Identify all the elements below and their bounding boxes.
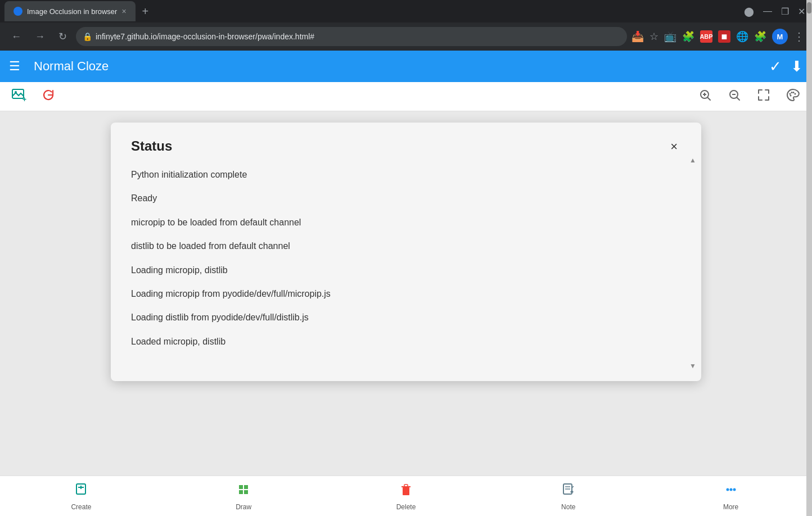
status-item-5: Loading micropip from pyodide/dev/full/m… (131, 288, 681, 300)
new-tab-button[interactable]: + (138, 3, 154, 20)
secure-lock-icon: 🔒 (83, 32, 92, 41)
svg-point-1 (15, 91, 17, 93)
main-content: Status × Python initialization complete … (0, 111, 812, 476)
svg-rect-22 (403, 487, 409, 495)
status-item-7: Loaded micropip, distlib (131, 336, 681, 348)
refresh-canvas-button[interactable] (36, 83, 61, 111)
scroll-down-arrow[interactable]: ▼ (689, 362, 696, 370)
toolbar-row: + (0, 82, 812, 111)
svg-point-12 (791, 92, 793, 93)
palette-button[interactable] (781, 85, 805, 108)
refresh-icon (40, 87, 56, 103)
download-action-icon[interactable]: ⬇ (791, 58, 803, 75)
nav-draw-label: Draw (236, 503, 251, 511)
ext-icon-1[interactable]: 🧩 (682, 30, 694, 43)
fullscreen-icon (757, 88, 770, 102)
note-icon (561, 482, 576, 501)
hamburger-menu-icon[interactable]: ☰ (9, 59, 20, 74)
download-status-icon: ⬤ (742, 4, 756, 19)
palette-icon (786, 88, 800, 102)
svg-rect-20 (239, 490, 243, 494)
svg-point-10 (790, 95, 792, 97)
dialog-header: Status × (131, 138, 681, 155)
create-icon (73, 482, 89, 501)
status-item-3: distlib to be loaded from default channe… (131, 240, 681, 252)
close-button[interactable]: ✕ (796, 4, 808, 19)
tab-title: Image Occlusion in browser (27, 7, 117, 16)
maximize-button[interactable]: ❐ (779, 4, 791, 19)
fullscreen-button[interactable] (751, 85, 776, 108)
svg-point-11 (790, 93, 791, 95)
status-item-2: micropip to be loaded from default chann… (131, 216, 681, 229)
status-item-1: Ready (131, 192, 681, 205)
status-dialog: Status × Python initialization complete … (111, 123, 701, 381)
scrollbar-thumb[interactable] (807, 2, 811, 13)
ext-red-icon[interactable]: ■ (718, 30, 730, 43)
nav-item-delete[interactable]: Delete (325, 476, 488, 516)
browser-chrome: Image Occlusion in browser × + ⬤ — ❐ ✕ (0, 0, 812, 22)
profile-avatar[interactable]: M (772, 29, 788, 44)
svg-rect-18 (239, 485, 243, 489)
zoom-out-icon (728, 88, 741, 102)
minimize-button[interactable]: — (761, 4, 774, 19)
zoom-in-button[interactable] (693, 85, 718, 108)
status-item-4: Loading micropip, distlib (131, 264, 681, 277)
tab-close-button[interactable]: × (121, 7, 126, 16)
nav-note-label: Note (561, 503, 575, 511)
ext-puzzle-icon[interactable]: 🧩 (754, 30, 766, 43)
nav-more-label: More (723, 503, 738, 511)
bottom-nav: Create Draw Delete (0, 476, 812, 516)
status-items-list: Python initialization complete Ready mic… (131, 169, 681, 348)
draw-icon (236, 482, 251, 501)
dialog-close-button[interactable]: × (667, 138, 681, 155)
add-image-button[interactable]: + (7, 83, 31, 111)
address-bar-row: ← → ↻ 🔒 infinyte7.github.io/image-occlus… (0, 22, 812, 51)
nav-item-note[interactable]: Note (487, 476, 649, 516)
active-tab[interactable]: Image Occlusion in browser × (4, 1, 136, 21)
svg-line-9 (737, 98, 740, 101)
ext-abp-icon[interactable]: ABP (700, 30, 712, 43)
bookmark-icon[interactable]: ☆ (649, 30, 658, 43)
status-item-6: Loading distlib from pyodide/dev/full/di… (131, 311, 681, 324)
back-button[interactable]: ← (7, 29, 26, 45)
nav-delete-label: Delete (396, 503, 416, 511)
dialog-scrollbar[interactable]: ▲ ▼ (690, 156, 696, 370)
address-bar[interactable]: 🔒 infinyte7.github.io/image-occlusion-in… (76, 27, 627, 46)
url-text: infinyte7.github.io/image-occlusion-in-b… (96, 32, 314, 41)
nav-item-draw[interactable]: Draw (163, 476, 325, 516)
scroll-up-arrow[interactable]: ▲ (689, 156, 696, 164)
ext-translate-icon[interactable]: 🌐 (736, 30, 748, 43)
svg-point-13 (793, 92, 795, 93)
window-scrollbar[interactable] (806, 0, 812, 516)
svg-point-31 (733, 488, 736, 491)
tab-favicon (13, 7, 22, 16)
header-actions: ✓ ⬇ (769, 58, 803, 75)
svg-point-14 (795, 93, 796, 95)
svg-rect-19 (244, 485, 248, 489)
svg-point-29 (726, 488, 729, 491)
nav-create-label: Create (71, 503, 91, 511)
cast-icon[interactable]: 📥 (631, 30, 644, 43)
cast-tab-icon[interactable]: 📺 (664, 30, 676, 43)
zoom-out-button[interactable] (722, 85, 747, 108)
nav-item-more[interactable]: More (649, 476, 812, 516)
app-title: Normal Cloze (34, 59, 769, 74)
refresh-button[interactable]: ↻ (54, 28, 71, 45)
nav-item-create[interactable]: Create (0, 476, 163, 516)
app-header: ☰ Normal Cloze ✓ ⬇ (0, 51, 812, 82)
menu-dots-icon[interactable]: ⋮ (793, 30, 805, 43)
check-action-icon[interactable]: ✓ (769, 58, 782, 75)
dialog-title: Status (131, 138, 172, 154)
svg-text:+: + (22, 96, 26, 103)
status-item-0: Python initialization complete (131, 169, 681, 181)
browser-toolbar-icons: 📥 ☆ 📺 🧩 ABP ■ 🌐 🧩 M ⋮ (631, 29, 805, 44)
tab-bar: Image Occlusion in browser × + (4, 1, 737, 21)
svg-point-30 (729, 488, 732, 491)
svg-rect-24 (404, 485, 408, 487)
svg-line-6 (708, 98, 711, 101)
window-controls: ⬤ — ❐ ✕ (742, 4, 808, 19)
add-image-icon: + (11, 87, 27, 103)
forward-button[interactable]: → (30, 29, 49, 45)
zoom-in-icon (698, 88, 712, 102)
svg-rect-21 (244, 490, 248, 494)
